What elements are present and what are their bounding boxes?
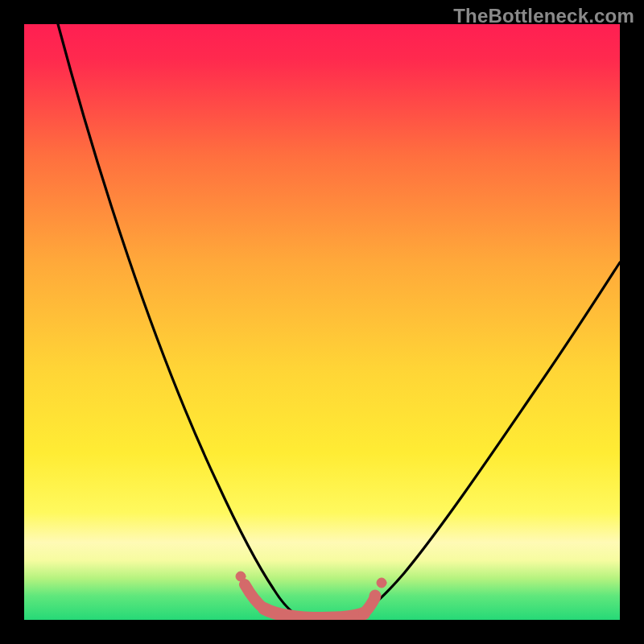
- svg-point-2: [369, 590, 381, 601]
- svg-point-1: [242, 582, 251, 592]
- svg-point-0: [236, 572, 246, 581]
- svg-point-3: [377, 578, 386, 588]
- chart-container: TheBottleneck.com: [0, 0, 644, 644]
- plot-background: [24, 24, 620, 620]
- watermark-text: TheBottleneck.com: [453, 5, 634, 27]
- bottleneck-chart: [0, 0, 644, 644]
